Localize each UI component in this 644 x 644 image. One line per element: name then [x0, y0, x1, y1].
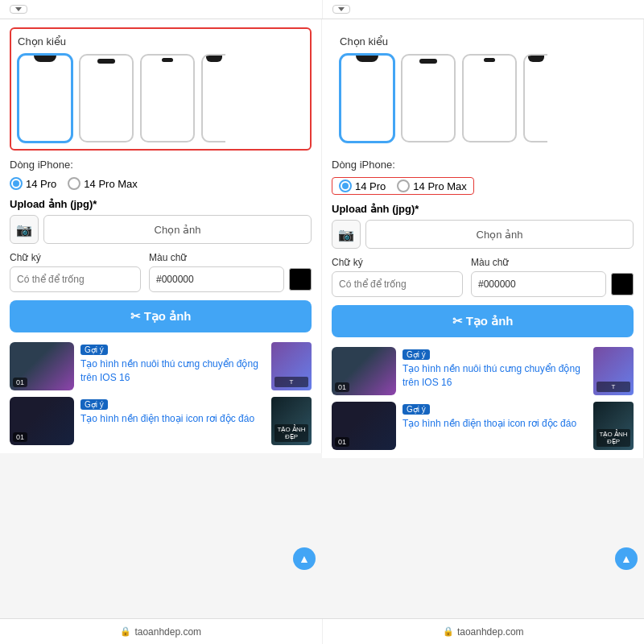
left-color-input[interactable]	[149, 266, 284, 292]
left-iphone-row: Dòng iPhone:	[10, 159, 312, 171]
left-news-right-thumb-2[interactable]: TẠO ẢNH ĐẸP	[271, 397, 312, 445]
right-camera-button[interactable]: 📷	[332, 220, 361, 249]
right-news-right-label-2: TẠO ẢNH ĐẸP	[597, 429, 630, 447]
bottom-left: 🔒 taoanhdep.com	[0, 619, 323, 644]
right-phone-option-3[interactable]	[462, 54, 517, 142]
right-news-right-thumb-1[interactable]: T	[593, 347, 634, 395]
left-phone-option-3[interactable]	[140, 54, 195, 142]
left-tao-anh-button[interactable]: ✂ Tạo ảnh	[10, 300, 312, 332]
left-chon-anh-button[interactable]: Chọn ảnh	[43, 215, 312, 244]
left-news-content-1: Gợi ý Tạo hình nền nuôi thú cưng chuyển …	[80, 342, 265, 385]
right-chon-anh-button[interactable]: Chọn ảnh	[365, 220, 634, 249]
left-goi-y-badge-1: Gợi ý	[80, 345, 108, 355]
left-chu-ky-col: Chữ ký	[10, 252, 141, 292]
right-phone-option-2[interactable]	[401, 54, 456, 142]
right-news-right-thumb-2[interactable]: TẠO ẢNH ĐẸP	[593, 402, 634, 450]
right-phone-notch-small	[484, 58, 495, 62]
right-color-swatch[interactable]	[611, 273, 634, 295]
bottom-right: 🔒 taoanhdep.com	[323, 619, 645, 644]
left-chu-ky-label: Chữ ký	[10, 252, 141, 263]
right-color-input[interactable]	[471, 271, 606, 297]
left-phone-option-1[interactable]	[18, 54, 72, 142]
left-chon-kieu-label: Chọn kiểu	[18, 35, 303, 47]
left-color-row	[149, 266, 312, 292]
right-news-thumb-1[interactable]: 01	[332, 347, 396, 395]
right-upload-label: Upload ảnh (jpg)*	[332, 203, 634, 215]
left-news-title-2[interactable]: Tạo hình nền điện thoại icon rơi độc đáo	[80, 412, 265, 426]
chevron-down-icon	[338, 7, 345, 11]
right-news-title-1[interactable]: Tạo hình nền nuôi thú cưng chuyển động t…	[402, 362, 587, 390]
right-dong-iphone-label: Dòng iPhone:	[332, 159, 395, 171]
left-radio-14promax-circle	[68, 177, 80, 190]
top-bar	[0, 0, 644, 19]
right-lock-icon: 🔒	[443, 626, 454, 637]
right-phone-option-1[interactable]	[340, 54, 394, 142]
right-news-title-2[interactable]: Tạo hình nền điện thoại icon rơi độc đáo	[402, 417, 587, 431]
left-chon-kieu-section: Chọn kiểu	[10, 27, 312, 151]
right-goi-y-badge-2: Gợi ý	[402, 404, 430, 415]
left-color-swatch[interactable]	[289, 268, 312, 291]
left-news-content-2: Gợi ý Tạo hình nền điện thoại icon rơi đ…	[80, 397, 265, 426]
right-chu-ky-input[interactable]	[332, 271, 463, 297]
main-content: Chọn kiểu	[0, 19, 644, 618]
phone-notch-pill	[97, 59, 115, 64]
left-camera-button[interactable]: 📷	[10, 215, 39, 244]
top-bar-right	[323, 0, 645, 19]
left-mau-chu-col: Màu chữ	[149, 252, 312, 292]
left-news-right-label-2: TẠO ẢNH ĐẸP	[275, 424, 308, 442]
right-domain: taoanhdep.com	[457, 626, 524, 638]
right-news-thumb-2[interactable]: 01	[332, 402, 396, 450]
right-news-thumb-label-1: 01	[335, 382, 349, 392]
right-news-right-label-1: T	[597, 382, 630, 392]
right-iphone-row: Dòng iPhone:	[332, 159, 634, 171]
left-radio-14pro[interactable]: 14 Pro	[10, 177, 56, 190]
left-dropdown[interactable]	[10, 5, 27, 14]
right-radio-outline-box: 14 Pro 14 Pro Max	[332, 177, 474, 195]
right-sig-row: Chữ ký Màu chữ	[332, 257, 634, 297]
right-mau-chu-col: Màu chữ	[471, 257, 634, 297]
phone-notch-island	[34, 56, 56, 62]
right-radio-14promax[interactable]: 14 Pro Max	[397, 180, 466, 192]
left-domain: taoanhdep.com	[134, 626, 201, 638]
chevron-down-icon	[15, 7, 22, 11]
phone-notch-cut	[206, 56, 222, 62]
left-goi-y-badge-2: Gợi ý	[80, 399, 108, 410]
right-news-thumb-label-2: 01	[335, 437, 349, 447]
left-mau-chu-label: Màu chữ	[149, 252, 312, 263]
left-panel-wrap: Chọn kiểu	[0, 19, 322, 618]
left-news-title-1[interactable]: Tạo hình nền nuôi thú cưng chuyển động t…	[80, 357, 265, 385]
left-phone-option-4[interactable]	[201, 54, 225, 142]
left-news-thumb-2[interactable]: 01	[10, 397, 74, 445]
right-news-content-2: Gợi ý Tạo hình nền điện thoại icon rơi đ…	[402, 402, 587, 431]
right-panel-wrap: Chọn kiểu Dò	[322, 19, 644, 618]
right-scroll-top-button[interactable]: ▲	[615, 547, 638, 570]
bottom-bar: 🔒 taoanhdep.com 🔒 taoanhdep.com	[0, 618, 644, 644]
left-radio-14promax[interactable]: 14 Pro Max	[68, 177, 137, 190]
left-news-thumb-label-2: 01	[13, 432, 27, 442]
right-phone-option-4[interactable]	[523, 54, 547, 142]
left-chu-ky-input[interactable]	[10, 266, 141, 292]
right-chu-ky-col: Chữ ký	[332, 257, 463, 297]
right-tao-anh-button[interactable]: ✂ Tạo ảnh	[332, 305, 634, 337]
right-news-content-1: Gợi ý Tạo hình nền nuôi thú cưng chuyển …	[402, 347, 587, 390]
left-news-item-1: 01 Gợi ý Tạo hình nền nuôi thú cưng chuy…	[10, 342, 312, 390]
right-news-item-1: 01 Gợi ý Tạo hình nền nuôi thú cưng chuy…	[332, 347, 634, 395]
phone-notch-small	[162, 58, 173, 62]
left-news-thumb-label-1: 01	[13, 378, 27, 387]
right-dropdown[interactable]	[332, 5, 350, 14]
right-chon-kieu-label: Chọn kiểu	[340, 35, 625, 47]
left-phone-option-2[interactable]	[79, 54, 134, 142]
left-radio-group: 14 Pro 14 Pro Max	[10, 177, 312, 190]
left-lock-icon: 🔒	[120, 626, 131, 637]
right-phone-notch-island	[356, 56, 378, 62]
right-chu-ky-label: Chữ ký	[332, 257, 463, 268]
left-scroll-top-button[interactable]: ▲	[293, 547, 316, 570]
right-mau-chu-label: Màu chữ	[471, 257, 634, 268]
right-chon-kieu-section: Chọn kiểu	[332, 27, 634, 151]
left-news-right-thumb-1[interactable]: T	[271, 342, 312, 390]
left-news-thumb-1[interactable]: 01	[10, 342, 74, 390]
right-radio-14pro[interactable]: 14 Pro	[339, 180, 386, 192]
right-radio-14promax-circle	[397, 180, 410, 192]
right-news-list: 01 Gợi ý Tạo hình nền nuôi thú cưng chuy…	[332, 347, 634, 450]
left-news-item-2: 01 Gợi ý Tạo hình nền điện thoại icon rơ…	[10, 397, 312, 445]
